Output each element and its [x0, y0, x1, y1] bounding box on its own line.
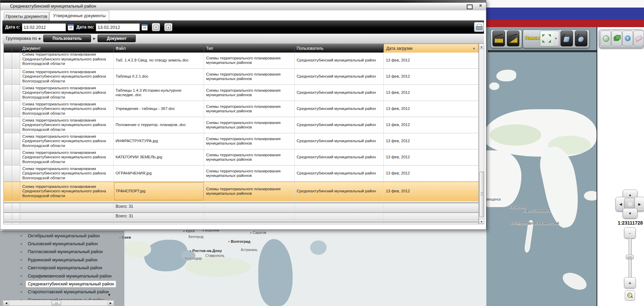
row-header-cell — [4, 203, 12, 210]
hscroll-thumb[interactable] — [52, 301, 61, 305]
column-header-2[interactable]: Файл — [114, 44, 204, 53]
district-tree-item[interactable]: ▶Серафимовичский муниципальный район — [0, 272, 124, 280]
tree-expand-icon[interactable]: ▶ — [21, 274, 24, 277]
district-tree-item[interactable]: ▶Старополтавский муниципальный район — [0, 288, 124, 296]
column-header-label: Дата загрузки — [386, 46, 412, 51]
zoom-slider-thumb[interactable] — [626, 255, 634, 259]
calendar-icon[interactable]: 15 — [142, 24, 148, 31]
user-cell: Среднеахтубинский муниципальный район — [295, 101, 384, 117]
district-label: Руднянский муниципальный район — [26, 257, 99, 263]
table-row[interactable]: Схема территориального планирования Сред… — [4, 182, 478, 201]
tab-document-drafts[interactable]: Проекты документов — [4, 12, 49, 20]
date-cell: 13 фев, 2012 — [384, 53, 478, 68]
arrow-se-icon — [548, 40, 551, 43]
table-row[interactable]: Схема территориального планирования Сред… — [4, 53, 478, 69]
district-tree-item[interactable]: ▶Ольховский муниципальный район — [0, 240, 124, 248]
table-vscrollbar[interactable]: ▲ ▼ — [479, 44, 484, 224]
map-city-label: Южно-Сахалинск — [523, 209, 551, 213]
window-titlebar[interactable]: Среднеахтубинский муниципальный район × — [0, 3, 486, 10]
layers-button[interactable] — [611, 31, 622, 46]
summary-total-cell: Всего: 31 — [114, 203, 204, 210]
group-field-user-button[interactable]: Пользователь — [43, 35, 91, 42]
tree-expand-icon[interactable]: ▶ — [21, 291, 24, 294]
search-by-point-button[interactable] — [561, 31, 573, 46]
districts-panel: ▶Октябрьский муниципальный район▶Ольховс… — [0, 231, 125, 306]
user-cell: Среднеахтубинский муниципальный район — [295, 149, 384, 165]
document-text: Схема территориального планирования Сред… — [22, 184, 111, 199]
hscroll-left-button[interactable]: ◀ — [3, 301, 9, 305]
tree-expand-icon[interactable]: ▶ — [21, 283, 24, 286]
zoom-out-icon: - — [629, 230, 631, 236]
pan-up-icon: ▲ — [629, 193, 632, 197]
globe-button[interactable] — [600, 31, 611, 46]
table-row[interactable]: Схема территориального планирования Сред… — [4, 101, 478, 117]
zoom-in-button[interactable]: + — [624, 277, 636, 288]
column-header-4[interactable]: Пользователь — [295, 44, 384, 53]
expand-all-button[interactable]: ▲ — [164, 23, 172, 31]
table-body: Схема территориального планирования Сред… — [4, 53, 478, 224]
zoom-out-button[interactable]: - — [624, 227, 636, 238]
measure-area-button[interactable] — [507, 31, 519, 46]
ruler-icon — [495, 38, 503, 43]
date-from-input[interactable] — [22, 23, 66, 31]
tree-expand-icon[interactable]: ▶ — [21, 250, 24, 253]
table-row[interactable]: Схема территориального планирования Сред… — [4, 117, 478, 133]
city-dot — [228, 241, 229, 242]
document-text: Схема территориального планирования Сред… — [22, 118, 111, 132]
tree-expand-icon[interactable]: ▶ — [21, 242, 24, 246]
district-tree-item[interactable]: ▶Руднянский муниципальный район — [0, 256, 124, 264]
clear-eraser-button[interactable] — [633, 31, 644, 46]
district-hscrollbar[interactable]: ◀ ▶ — [2, 300, 114, 306]
district-tree-item[interactable]: ▶Светлоярский муниципальный район — [0, 264, 124, 272]
group-arrow-icon: ▶ — [39, 37, 41, 40]
map-city-label: Краснодар — [185, 257, 202, 260]
print-button[interactable] — [474, 22, 484, 32]
window-top-edge — [0, 0, 486, 3]
dropdown-icon: ▼ — [555, 37, 557, 40]
land-green-patch — [490, 124, 541, 146]
group-field-document-button[interactable]: Документ — [98, 35, 136, 42]
date-to-input[interactable] — [96, 23, 140, 31]
extent-arrows-button[interactable] — [540, 31, 554, 46]
pan-down-button[interactable]: ▼ — [623, 208, 637, 218]
minimize-button[interactable] — [467, 4, 473, 9]
summary-empty-cell — [20, 213, 114, 220]
summary-row: Всего: 31 — [4, 223, 478, 224]
district-tree-item[interactable]: ▶Среднеахтубинский муниципальный район — [0, 280, 124, 288]
table-row[interactable]: Схема территориального планирования Сред… — [4, 133, 478, 149]
vscroll-thumb[interactable] — [479, 172, 484, 217]
tab-approved-documents[interactable]: Утвержденные документы — [49, 11, 109, 21]
tree-expand-icon[interactable]: ▶ — [21, 267, 24, 270]
search-by-area-button[interactable] — [575, 31, 587, 46]
hscroll-right-button[interactable]: ▶ — [108, 301, 114, 305]
vscroll-down-button[interactable]: ▼ — [479, 219, 484, 224]
district-tree-item[interactable]: ▶Октябрьский муниципальный район — [0, 232, 124, 240]
help-button[interactable]: ? — [622, 31, 633, 46]
eraser-icon — [635, 35, 643, 42]
vscroll-up-button[interactable]: ▲ — [479, 44, 484, 49]
zoom-full-extent-button[interactable]: + — [625, 291, 635, 301]
column-header-1[interactable]: Документ — [20, 44, 114, 53]
tree-expand-icon[interactable]: ▶ — [21, 258, 24, 261]
district-label: Ольховский муниципальный район — [26, 241, 100, 247]
table-row[interactable]: Схема территориального планирования Сред… — [4, 149, 478, 166]
tree-expand-icon[interactable]: ▶ — [21, 234, 24, 237]
file-cell: Таблицы 1.4.3 Историко-культурное наслед… — [114, 85, 204, 101]
table-row[interactable]: Схема территориального планирования Сред… — [4, 69, 478, 85]
document-cell: Схема территориального планирования Сред… — [20, 101, 114, 117]
group-arrow-icon: ▶ — [93, 37, 95, 40]
arrow-nw-icon — [542, 34, 545, 37]
column-header-5[interactable]: Дата загрузки▲ — [384, 44, 478, 53]
calendar-icon[interactable]: 15 — [68, 24, 74, 31]
column-header-3[interactable]: Тип — [204, 44, 295, 53]
district-scroll-down-icon[interactable]: ▼ — [108, 293, 112, 297]
table-row[interactable]: Схема территориального планирования Сред… — [4, 85, 478, 101]
extent-dropdown-button[interactable]: ▼ — [553, 31, 559, 46]
table-row[interactable]: Схема территориального планирования Сред… — [4, 166, 478, 182]
measure-distance-button[interactable] — [493, 31, 505, 46]
map-scale-label: 1:23111728 — [615, 220, 644, 226]
search-label: Поиск — [525, 35, 539, 41]
collapse-all-button[interactable]: ▼ — [152, 23, 160, 31]
close-button[interactable]: × — [478, 3, 483, 8]
district-tree-item[interactable]: ▶Палласовский муниципальный район — [0, 248, 124, 256]
